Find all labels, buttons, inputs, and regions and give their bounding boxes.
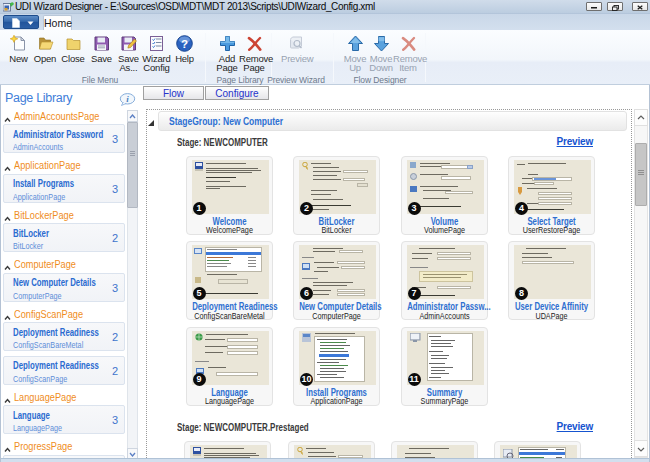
svg-text:?: ?: [181, 38, 188, 50]
